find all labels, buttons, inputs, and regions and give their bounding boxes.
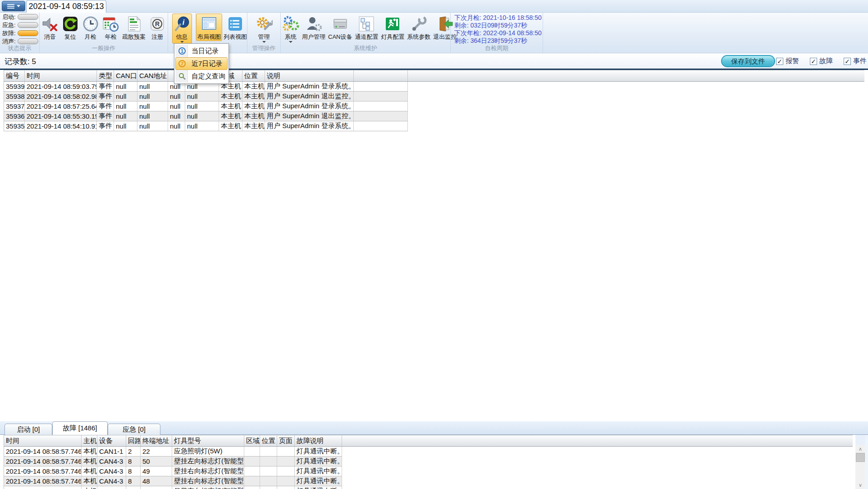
table-row[interactable]: 2021-09-14 08:58:57.746本机CAN4-3848壁挂右向标志…: [4, 476, 853, 486]
column-header[interactable]: 页面: [277, 435, 295, 447]
scrollbar-thumb[interactable]: [856, 453, 865, 462]
cell: null: [185, 101, 219, 111]
cell: [342, 447, 853, 457]
table-row[interactable]: 359372021-09-14 08:57:25.640事件nullnullnu…: [4, 101, 865, 111]
info-button[interactable]: i 信息: [172, 14, 192, 44]
status-emergency-indicator: [18, 22, 38, 28]
column-header[interactable]: 主机: [82, 435, 97, 447]
status-mute-indicator: [18, 38, 38, 44]
column-header[interactable]: 设备: [97, 435, 126, 447]
cell: null: [137, 111, 168, 121]
can-device-button[interactable]: CAN设备: [327, 14, 353, 41]
cell: [408, 101, 865, 111]
menu-item-custom-query[interactable]: 自定义查询: [175, 70, 228, 83]
table-row[interactable]: 2021-09-14 08:58:57.746本机CAN4-3847吊装左向标志…: [4, 486, 853, 489]
column-header[interactable]: 灯具型号: [172, 435, 244, 447]
lamp-config-button[interactable]: 灯具配置: [379, 14, 406, 41]
column-header[interactable]: CAN地址: [137, 70, 168, 82]
list-view-button[interactable]: 列表视图: [222, 14, 248, 41]
window-title: 2021-09-14 08:59:13: [26, 0, 106, 13]
app-menu-button[interactable]: [2, 1, 25, 11]
cell: 用户 SuperAdmin 登录系统。: [265, 101, 354, 111]
table-row[interactable]: 359352021-09-14 08:54:10.917事件nullnullnu…: [4, 121, 865, 131]
column-header-filler[interactable]: [408, 70, 865, 82]
column-header[interactable]: 时间: [4, 435, 82, 447]
column-header[interactable]: CAN口: [114, 70, 137, 82]
table-row[interactable]: 2021-09-14 08:58:57.746本机CAN4-3849壁挂右向标志…: [4, 466, 853, 476]
register-button[interactable]: R 注册: [147, 14, 167, 41]
table-row[interactable]: 359392021-09-14 08:59:03.797事件nullnullnu…: [4, 82, 865, 92]
event-table-container: 编号时间类型CAN口CAN地址区域位置说明359392021-09-14 08:…: [0, 70, 868, 421]
cell: 本主机: [242, 92, 265, 101]
annual-check-button[interactable]: 年检: [101, 14, 120, 41]
user-management-button[interactable]: 用户管理: [301, 14, 327, 41]
ribbon: 启动: 应急: 故障: 消声: 状态提示 消音 复位: [0, 13, 868, 53]
cell: [277, 476, 295, 486]
layout-view-button[interactable]: 布局视图: [196, 14, 222, 41]
reset-button[interactable]: 复位: [60, 14, 80, 41]
fault-checkbox[interactable]: ✓: [810, 58, 817, 65]
cell: 本主机: [242, 111, 265, 121]
cell: 8: [126, 457, 141, 466]
system-button[interactable]: 系统: [281, 14, 301, 44]
column-header[interactable]: 回路: [126, 435, 141, 447]
channel-config-button[interactable]: 通道配置: [353, 14, 379, 41]
system-params-button[interactable]: 系统参数: [406, 14, 432, 41]
table-row[interactable]: 359382021-09-14 08:58:02.987事件nullnullnu…: [4, 92, 865, 101]
event-checkbox[interactable]: ✓: [844, 58, 851, 65]
scroll-up-button[interactable]: ∧: [856, 445, 865, 453]
chevron-down-icon: [17, 5, 20, 7]
cell: 事件: [97, 111, 114, 121]
save-to-file-button[interactable]: 保存到文件: [721, 55, 775, 67]
evacuation-plan-button[interactable]: 疏散预案: [121, 14, 147, 41]
column-header[interactable]: 故障说明: [295, 435, 342, 447]
mute-button[interactable]: 消音: [40, 14, 60, 41]
cell: [342, 486, 853, 489]
cell: CAN4-3: [97, 486, 126, 489]
column-header[interactable]: 说明: [265, 70, 354, 82]
column-header[interactable]: 位置: [242, 70, 265, 82]
table-row[interactable]: 2021-09-14 08:58:57.746本机CAN4-3850壁挂左向标志…: [4, 457, 853, 466]
cell: [342, 457, 853, 466]
column-header[interactable]: 类型: [97, 70, 114, 82]
column-header-filler[interactable]: [342, 435, 853, 447]
fault-filter[interactable]: ✓ 故障: [810, 57, 833, 65]
cell: 用户 SuperAdmin 登录系统。: [265, 82, 354, 92]
tab-fault[interactable]: 故障 [1486]: [52, 421, 108, 435]
cell: [277, 447, 295, 457]
monthly-check-button[interactable]: 月检: [81, 14, 101, 41]
menu-item-last-7-days[interactable]: 7 近7日记录: [175, 57, 228, 70]
cell: [354, 111, 408, 121]
alarm-filter[interactable]: ✓ 报警: [776, 57, 799, 65]
cell: 8: [126, 476, 141, 486]
cell: [408, 121, 865, 131]
vertical-scrollbar[interactable]: ∧ ∨: [856, 435, 865, 489]
table-row[interactable]: 359362021-09-14 08:55:30.193事件nullnullnu…: [4, 111, 865, 121]
bottom-tab-bar: 启动 [0] 故障 [1486] 应急 [0]: [0, 421, 868, 435]
cell: 本机: [82, 466, 97, 476]
tab-emergency[interactable]: 应急 [0]: [108, 424, 160, 435]
layout-view-icon: [201, 15, 218, 32]
cell: [354, 101, 408, 111]
menu-item-today-records[interactable]: 1 当日记录: [175, 45, 228, 57]
can-device-icon: [332, 15, 349, 32]
cell: [408, 92, 865, 101]
cell: [260, 466, 277, 476]
scroll-down-button[interactable]: ∨: [856, 481, 865, 489]
column-header[interactable]: 编号: [4, 70, 25, 82]
dropdown-arrow-icon: [180, 41, 184, 43]
column-header[interactable]: 位置: [260, 435, 277, 447]
wrench-icon: [410, 15, 427, 32]
column-header[interactable]: 区域: [244, 435, 260, 447]
alarm-checkbox[interactable]: ✓: [776, 58, 783, 65]
event-filter[interactable]: ✓ 事件: [844, 57, 867, 65]
cell: null: [114, 82, 137, 92]
table-row[interactable]: 2021-09-14 08:58:57.746本机CAN1-1222应急照明灯(…: [4, 447, 853, 457]
column-header[interactable]: 终端地址: [141, 435, 172, 447]
column-header[interactable]: 时间: [25, 70, 97, 82]
scrollbar-track[interactable]: [856, 462, 865, 481]
tab-start[interactable]: 启动 [0]: [5, 424, 52, 435]
column-header[interactable]: [354, 70, 408, 82]
cell: 灯具通讯中断。: [295, 486, 342, 489]
manage-button[interactable]: 管理: [254, 14, 274, 44]
